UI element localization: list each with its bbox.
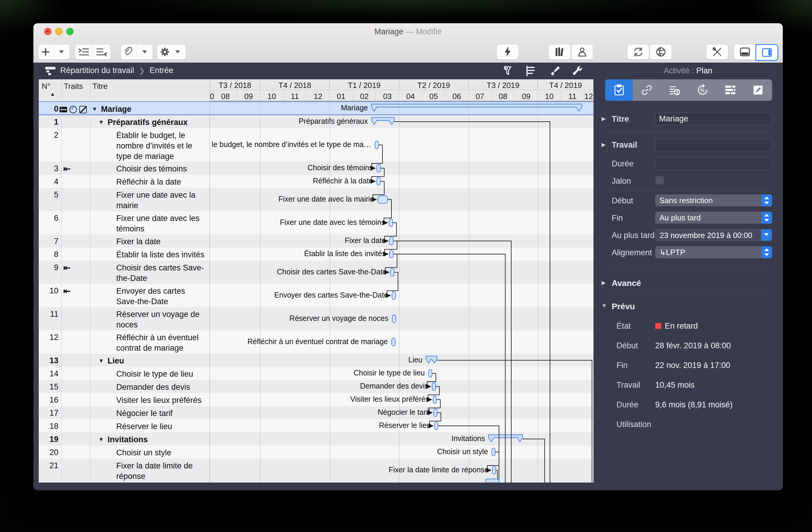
task-title[interactable]: Fixer une date avec les témoins [90, 213, 208, 234]
column-header-num[interactable]: N° [42, 82, 50, 91]
jalon-checkbox[interactable] [655, 175, 664, 184]
task-row[interactable]: 16Visiter les lieux préférés [39, 393, 209, 406]
sort-ascending-icon[interactable]: ▲ [50, 91, 55, 97]
gantt-row[interactable] [210, 162, 594, 175]
gantt-row[interactable] [210, 446, 594, 459]
gantt-row[interactable] [210, 432, 594, 446]
au-plus-tard-field[interactable]: 23 novembre 2019 à 00:00 [655, 229, 772, 241]
task-title[interactable]: Envoyer des cartes Save-the-Date [90, 286, 208, 307]
timeline-month-cell[interactable]: 04 [399, 90, 422, 101]
task-title[interactable]: ▼Lieu [90, 356, 208, 367]
timeline-month-cell[interactable]: 05 [422, 90, 445, 101]
task-title[interactable]: Choisir un style [90, 448, 208, 458]
tab-resources[interactable] [716, 79, 744, 101]
collapse-caret-icon[interactable]: ▼ [98, 119, 104, 125]
timeline-month-cell[interactable]: 11 [284, 90, 307, 101]
gantt-bar[interactable] [377, 177, 381, 186]
task-row[interactable]: 11Réserver un voyage de noces [39, 307, 209, 330]
settings-button[interactable] [157, 44, 186, 60]
titre-input[interactable]: Mariage [655, 113, 772, 125]
task-row[interactable]: 14Choisir le type de lieu [39, 367, 209, 380]
task-row[interactable]: 0▼Mariage [39, 101, 209, 115]
timeline-month-cell[interactable]: 10 [260, 90, 284, 101]
gantt-bar[interactable] [389, 219, 393, 227]
gantt-row[interactable] [210, 175, 594, 188]
sync-button[interactable] [627, 44, 649, 60]
tools-button[interactable] [706, 44, 728, 60]
gantt-bar[interactable] [433, 396, 437, 404]
timeline-quarter-cell[interactable]: T3 / 2019 [468, 79, 538, 90]
timeline-month-cell[interactable]: 02 [353, 90, 376, 101]
gantt-bar[interactable] [492, 466, 496, 474]
tab-notes[interactable] [744, 79, 772, 101]
timeline-month-cell[interactable]: 07 [468, 90, 492, 101]
gantt-bar[interactable] [433, 408, 437, 417]
gantt-bar[interactable] [392, 291, 396, 300]
timeline-quarter-cell[interactable]: T4 / 2019 [538, 79, 594, 90]
task-title[interactable]: ▼Préparatifs généraux [90, 117, 208, 128]
network-button[interactable] [650, 44, 672, 60]
task-row[interactable]: 8Établir la liste des invités [39, 247, 209, 261]
outdent-icon[interactable] [96, 47, 107, 56]
timeline-month-cell[interactable]: 08 [492, 90, 515, 101]
gantt-bar[interactable] [429, 369, 432, 377]
breadcrumb-detail[interactable]: Entrée [150, 66, 174, 75]
collapse-caret-icon[interactable]: ▼ [98, 436, 104, 443]
collapse-caret-icon[interactable]: ▼ [92, 106, 98, 112]
task-row[interactable]: 6Fixer une date avec les témoins [39, 211, 209, 234]
breadcrumb[interactable]: Répartition du travail ❯ Entrée [45, 66, 173, 75]
task-title[interactable]: Réserver le lieu [90, 421, 208, 432]
gantt-bar[interactable] [434, 422, 438, 430]
tab-progress[interactable]: % [688, 79, 716, 101]
resources-button[interactable] [571, 44, 593, 60]
debut-dropdown[interactable]: Sans restriction [655, 195, 772, 206]
style-button[interactable] [549, 66, 561, 76]
chevron-down-icon[interactable] [175, 51, 180, 53]
section-prevu[interactable]: ▼Prévu [612, 302, 635, 311]
task-row[interactable]: 9⇤Choisir des cartes Save-the-Date [39, 261, 209, 284]
task-row[interactable]: 19▼Invitations [39, 432, 209, 446]
task-title[interactable]: Fixer la date [90, 236, 208, 247]
gantt-row[interactable] [210, 307, 594, 330]
timeline-month-cell[interactable]: 12 [584, 90, 594, 101]
timeline-month-cell[interactable]: 12 [306, 90, 330, 101]
gantt-bar[interactable] [492, 448, 495, 456]
task-row[interactable]: 2Établir le budget, le nombre d’invités … [39, 128, 209, 162]
timeline-month-cell[interactable]: 09 [515, 90, 538, 101]
gantt-bar[interactable] [432, 382, 436, 391]
timeline-month-cell[interactable]: 10 [538, 90, 561, 101]
filter-button[interactable] [502, 66, 513, 76]
column-divider[interactable] [90, 79, 90, 483]
column-header-titre[interactable]: Titre [92, 82, 107, 91]
task-title[interactable]: ▼Invitations [90, 434, 208, 446]
view-settings-button[interactable] [572, 66, 584, 76]
task-row[interactable]: 12Réfléchir à un éventuel contrat de mar… [39, 330, 209, 354]
timeline-month-cell[interactable]: 08 [214, 90, 237, 101]
timeline-quarter-cell[interactable]: T1 / 2019 [330, 79, 399, 90]
gantt-bar[interactable] [391, 338, 395, 346]
task-title[interactable]: Fixer une date avec la mairie [90, 190, 208, 211]
timeline-month-cell[interactable]: 01 [330, 90, 353, 101]
column-divider[interactable] [61, 79, 62, 483]
task-title[interactable]: Réfléchir à un éventuel contrat de maria… [90, 332, 208, 354]
toggle-inspector-panel-button[interactable] [755, 44, 778, 61]
tab-plan[interactable] [605, 79, 633, 101]
task-row[interactable]: 3⇤Choisir des témoins [39, 162, 209, 175]
stepper-icon[interactable] [761, 212, 772, 224]
timeline-quarter-cell[interactable]: T2 / 2019 [399, 79, 468, 90]
tab-finances[interactable]: $ [661, 79, 688, 101]
task-title[interactable]: Établir le budget, le nombre d’invités e… [90, 130, 208, 162]
section-avance[interactable]: ▶Avancé [612, 278, 641, 288]
task-row[interactable]: 1▼Préparatifs généraux [39, 115, 209, 128]
fin-dropdown[interactable]: Au plus tard [655, 212, 772, 224]
toggle-bottom-panel-button[interactable] [734, 44, 756, 60]
gantt-row[interactable] [210, 115, 594, 128]
stepper-icon[interactable] [761, 195, 772, 206]
gantt-summary-bar[interactable] [425, 355, 438, 364]
disclosure-icon[interactable]: ▼ [601, 303, 607, 309]
task-row[interactable]: 13▼Lieu [39, 354, 209, 367]
gantt-bar[interactable] [389, 237, 393, 245]
timeline-quarter-cell[interactable]: T4 / 2018 [260, 79, 330, 90]
stepper-icon[interactable] [761, 246, 772, 258]
disclosure-icon[interactable]: ▶ [601, 141, 606, 148]
